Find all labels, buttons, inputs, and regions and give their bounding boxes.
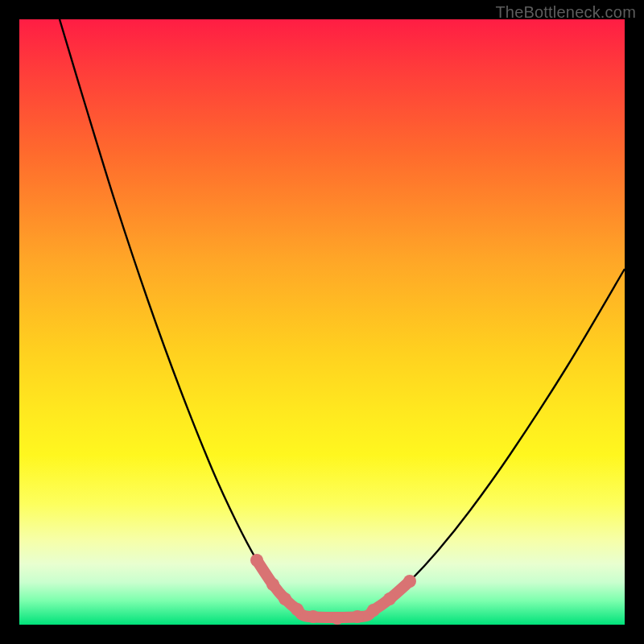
chart-svg <box>19 19 625 625</box>
highlight-dot <box>403 575 416 588</box>
highlight-dot <box>351 610 364 623</box>
watermark-text: TheBottleneck.com <box>495 3 636 22</box>
chart-plot-area <box>19 19 625 625</box>
highlight-dot <box>279 592 291 605</box>
highlight-dot <box>250 554 263 567</box>
highlight-dot <box>307 610 320 623</box>
curve-path <box>60 19 625 617</box>
highlight-dot <box>291 603 303 616</box>
highlight-dot <box>383 592 396 605</box>
curve-highlight <box>257 560 410 617</box>
highlight-dots <box>250 554 416 625</box>
highlight-dot <box>266 578 279 591</box>
highlight-dot <box>367 604 380 617</box>
highlight-dot <box>331 612 344 625</box>
